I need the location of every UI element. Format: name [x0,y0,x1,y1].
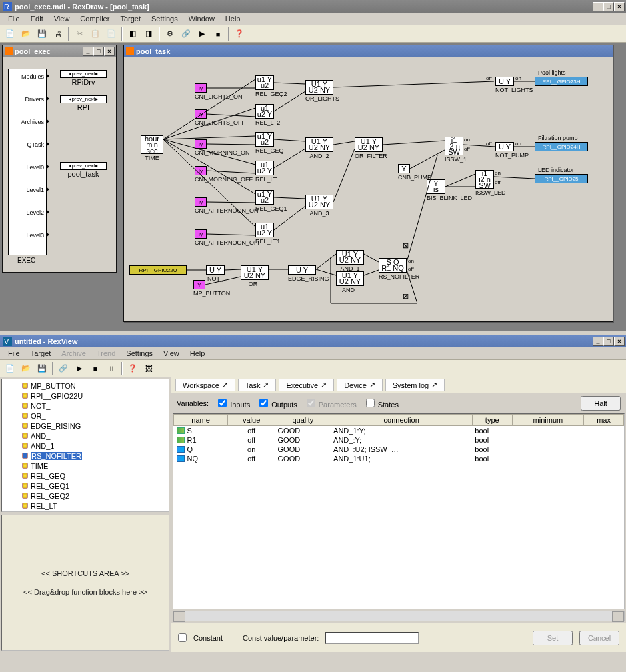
block-not_[interactable]: U YNOT_ [206,265,225,282]
tree-item-rel_geq2[interactable]: REL_GEQ2 [3,491,167,501]
exec-maximize-button[interactable]: □ [93,47,104,56]
output-rpi__gpio24h[interactable]: RPI__GPIO24H [535,142,588,151]
block-or_[interactable]: U1 YU2 NYOR_ [241,265,269,287]
tree-item-and_1[interactable]: AND_1 [3,441,167,451]
block-and_2[interactable]: U1 YU2 NYAND_2 [305,137,333,159]
rexview-maximize-button[interactable]: □ [603,337,614,346]
tree-item-and_[interactable]: AND_ [3,431,167,441]
save-button[interactable]: 💾 [35,27,49,41]
tree-item-mp_button[interactable]: MP_BUTTON [3,381,167,391]
col-value[interactable]: value [228,415,275,426]
tree-list[interactable]: MP_BUTTONRPI__GPIO22UNOT_OR_EDGE_RISINGA… [1,379,169,512]
tab-workspace[interactable]: Workspace ↗ [175,379,235,391]
grid-scrollbar-horizontal[interactable] [173,611,625,621]
col-connection[interactable]: connection [331,415,472,426]
block-or_lights[interactable]: U1 YU2 NYOR_LIGHTS [305,80,339,102]
block-cnb_pump[interactable]: YCNB_PUMP [398,164,431,181]
copy-button[interactable]: 📋 [88,27,103,41]
exec-canvas[interactable]: ModulesDriversArchivesQTaskLevel0Level1L… [3,57,116,272]
check-inputs[interactable] [218,399,227,407]
connect-button[interactable]: 🔗 [179,27,193,41]
rexdraw-minimize-button[interactable]: _ [593,2,603,11]
prev-next-block[interactable]: ◂prev_next▸ [60,162,107,170]
check-outputs[interactable] [259,399,268,407]
tree-item-not_[interactable]: NOT_ [3,401,167,411]
menu-window[interactable]: Window [183,13,220,24]
tree-item-rel_geq1[interactable]: REL_GEQ1 [3,481,167,491]
tree-item-time[interactable]: TIME [3,461,167,471]
tab-executive[interactable]: Executive ↗ [279,379,334,391]
open-button[interactable]: 📂 [19,27,33,41]
block-issw_led[interactable]: i1i2 nSWISSW_LED [475,170,506,196]
block-cni_afternoon_on[interactable]: iyCNI_AFTERNOON_ON [195,197,259,214]
rexview-minimize-button[interactable]: _ [593,337,603,346]
tree-item-rs_nofilter[interactable]: RS_NOFILTER [3,451,167,461]
menu-edit[interactable]: Edit [25,13,49,24]
save-button[interactable]: 💾 [35,361,49,376]
block-rel_geq[interactable]: u1 Yu2REL_GEQ [255,132,284,154]
block-mp_button[interactable]: YMP_BUTTON [193,280,230,297]
exec-close-button[interactable]: × [104,47,115,56]
menu-help[interactable]: Help [220,13,246,24]
col-type[interactable]: type [472,415,512,426]
menu-compiler[interactable]: Compiler [75,13,115,24]
table-row[interactable]: SoffGOODAND_1:Y;bool [174,426,624,436]
help-button[interactable]: ❓ [125,361,140,376]
tree-item-edge_rising[interactable]: EDGE_RISING [3,421,167,431]
tree-item-rel_geq[interactable]: REL_GEQ [3,471,167,481]
online1-button[interactable]: ▶ [195,27,209,41]
menu-settings[interactable]: Settings [146,13,183,24]
col-name[interactable]: name [174,415,228,426]
resize1-button[interactable]: ◧ [125,27,140,41]
paste-button[interactable]: 📄 [104,27,119,41]
pause-button[interactable]: ⏸ [104,361,119,376]
tree-item-or_[interactable]: OR_ [3,411,167,421]
block-rel_geq1[interactable]: u1 Yu2REL_GEQ1 [255,190,287,212]
output-rpi__gpio25[interactable]: RPI__GPIO25 [535,174,588,183]
col-quality[interactable]: quality [275,415,331,426]
menu-target[interactable]: Target [115,13,146,24]
menu-view[interactable]: View [158,348,185,359]
block-rel_lt[interactable]: u1u2 YREL_LT [255,161,277,183]
cancel-button[interactable]: Cancel [579,631,619,645]
tab-task[interactable]: Task ↗ [238,379,277,391]
rexview-close-button[interactable]: × [614,337,625,346]
halt-button[interactable]: Halt [581,396,621,411]
cut-button[interactable]: ✂ [72,27,87,41]
block-time[interactable]: hourminsecTIME [141,135,163,161]
online1-button[interactable]: ▶ [72,361,87,376]
exec-block[interactable]: ModulesDriversArchivesQTaskLevel0Level1L… [8,69,47,255]
block-bis_blink_led[interactable]: YisBIS_BLINK_LED [427,179,472,201]
block-cni_afternoon_off[interactable]: iyCNI_AFTERNOON_OFF [195,229,261,246]
block-and_3[interactable]: U1 YU2 NYAND_3 [305,195,333,217]
set-button[interactable]: Set [533,631,573,645]
input-rpi__gpio22u[interactable]: RPI__GPIO22U [129,265,187,275]
output-rpi__gpio23h[interactable]: RPI__GPIO23H [535,77,588,86]
block-and_1[interactable]: U1 YU2 NYAND_1 [336,250,364,272]
constant-checkbox[interactable] [178,633,187,642]
exec-minimize-button[interactable]: _ [83,47,93,56]
menu-view[interactable]: View [49,13,75,24]
preview-button[interactable]: 🖼 [141,361,156,376]
check-states[interactable] [366,399,375,407]
const-value-input[interactable] [325,632,419,644]
block-not_lights[interactable]: U YNOT_LIGHTS [495,77,533,93]
block-cni_lights_on[interactable]: iyCNI_LIGHTS_ON [195,83,243,100]
menu-settings[interactable]: Settings [121,348,158,359]
resize2-button[interactable]: ◨ [141,27,156,41]
prev-next-block[interactable]: ◂prev_next▸ [60,95,107,103]
online2-button[interactable]: ■ [211,27,225,41]
task-canvas[interactable]: iyCNI_LIGHTS_ONiyCNI_LIGHTS_OFFiyCNI_MOR… [124,57,613,321]
variables-grid[interactable]: namevaluequalityconnectiontypeminimummax… [173,413,625,609]
menu-help[interactable]: Help [185,348,211,359]
print-button[interactable]: 🖨 [51,27,65,41]
open-button[interactable]: 📂 [19,361,33,376]
shortcuts-area[interactable]: << SHORTCUTS AREA >> << Drag&drop functi… [1,515,169,651]
block-rel_lt2[interactable]: u1u2 YREL_LT2 [255,104,280,126]
tree-item-rel_lt[interactable]: REL_LT [3,501,167,511]
rexdraw-maximize-button[interactable]: □ [603,2,614,11]
table-row[interactable]: NQoffGOODAND_1:U1;bool [174,454,624,463]
menu-file[interactable]: File [3,348,25,359]
prev-next-block[interactable]: ◂prev_next▸ [60,70,107,78]
compile-button[interactable]: ⚙ [163,27,177,41]
